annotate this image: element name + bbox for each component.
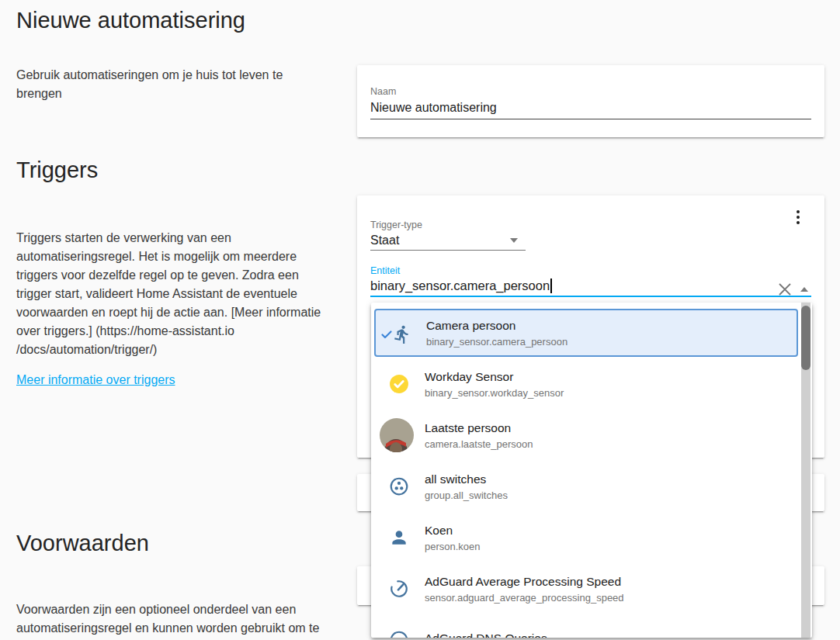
name-input[interactable]: Nieuwe automatisering [370, 101, 497, 115]
entity-option-title: AdGuard DNS Queries [425, 631, 547, 638]
name-card: Naam Nieuwe automatisering [357, 65, 824, 137]
conditions-heading: Voorwaarden [16, 531, 149, 556]
entity-input-underline [370, 296, 811, 297]
scrollbar-thumb[interactable] [801, 306, 810, 370]
chevron-up-icon[interactable] [800, 287, 808, 292]
entity-option-id: binary_sensor.workday_sensor [425, 387, 564, 399]
entity-dropdown: Camera persoon binary_sensor.camera_pers… [371, 303, 812, 638]
entity-option-title: Camera persoon [426, 319, 568, 333]
entity-option-title: Koen [425, 524, 481, 538]
speedometer-icon [389, 579, 409, 599]
trigger-type-underline [370, 250, 526, 251]
entity-option-title: AdGuard Average Processing Speed [425, 575, 624, 589]
entity-field-label: Entiteit [370, 265, 400, 276]
walk-icon [392, 324, 412, 344]
text-cursor [550, 278, 552, 293]
triggers-description: Triggers starten de verwerking van een a… [16, 229, 355, 359]
trigger-type-label: Trigger-type [370, 220, 422, 230]
entity-option-title: Laatste persoon [425, 421, 533, 435]
circle-icon [389, 630, 409, 638]
triggers-info-link[interactable]: Meer informatie over triggers [16, 373, 175, 387]
account-icon [389, 528, 409, 548]
entity-option-title: Workday Sensor [425, 370, 564, 384]
automation-editor-page: Nieuwe automatisering Gebruik automatise… [0, 0, 840, 640]
triggers-heading: Triggers [16, 157, 98, 183]
dots-vertical-icon[interactable] [789, 208, 807, 230]
entity-option-adguard-speed[interactable]: AdGuard Average Processing Speed sensor.… [374, 565, 798, 613]
entity-option-id: person.koen [425, 541, 481, 552]
entity-option-title: all switches [425, 472, 508, 486]
entity-option-id: camera.laatste_persoon [425, 438, 533, 450]
avatar [380, 418, 414, 452]
entity-option-adguard-dns[interactable]: AdGuard DNS Queries [374, 616, 798, 638]
page-intro: Gebruik automatiseringen om je huis tot … [16, 66, 355, 103]
chevron-down-icon [510, 238, 518, 243]
close-icon[interactable] [777, 282, 793, 297]
check-circle-yellow-icon [389, 374, 409, 394]
entity-option-camera-persoon[interactable]: Camera persoon binary_sensor.camera_pers… [374, 309, 798, 357]
group-circles-icon [389, 476, 409, 496]
check-icon [380, 328, 393, 341]
entity-option-workday-sensor[interactable]: Workday Sensor binary_sensor.workday_sen… [374, 360, 798, 408]
entity-option-all-switches[interactable]: all switches group.all_switches [374, 462, 798, 510]
entity-input[interactable]: binary_sensor.camera_persoon [370, 278, 552, 293]
page-title: Nieuwe automatisering [16, 8, 245, 33]
name-field-label: Naam [370, 86, 396, 97]
trigger-type-select[interactable]: Staat [370, 234, 399, 247]
conditions-description: Voorwaarden zijn een optioneel onderdeel… [16, 600, 355, 638]
entity-option-id: group.all_switches [425, 490, 508, 501]
entity-option-koen[interactable]: Koen person.koen [374, 514, 798, 562]
name-input-underline [370, 119, 811, 119]
entity-option-id: binary_sensor.camera_persoon [426, 336, 568, 348]
entity-option-id: sensor.adguard_average_processing_speed [425, 592, 624, 604]
entity-option-laatste-persoon[interactable]: Laatste persoon camera.laatste_persoon [374, 411, 798, 459]
